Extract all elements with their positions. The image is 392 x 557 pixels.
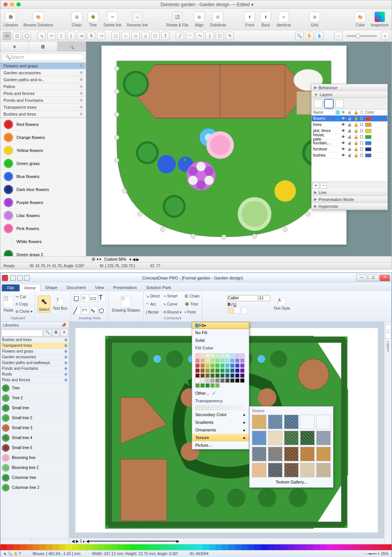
texture-swatch[interactable] [284,415,299,429]
shape-spline[interactable]: ∿ [90,307,98,314]
strip-color[interactable] [111,544,118,550]
strip-color[interactable] [52,544,59,550]
strip-color[interactable] [268,544,274,550]
close-icon[interactable]: ⊗ [64,338,67,342]
color-swatch[interactable] [215,373,220,378]
category-transparent-trees[interactable]: Transparent trees⊗ [0,104,86,111]
texture-swatch[interactable] [316,463,331,477]
toolbar-distribute[interactable]: ⊟Distribute [210,11,226,27]
color-swatch[interactable] [225,363,230,368]
toolbar-reverse-link[interactable]: ↔Reverse link [127,11,148,27]
toolbar-chain[interactable]: ⛓Chain [72,11,82,27]
wcat-bushes-and-trees[interactable]: Bushes and trees⊗ [0,337,69,343]
conn-direct[interactable]: ↘ Direct [146,292,160,299]
color-swatch[interactable] [195,383,200,388]
pin-icon[interactable]: 📌 [61,323,67,328]
transparency-step[interactable] [237,405,241,410]
clone-button[interactable]: ⧉ Clone ▾ [16,308,33,315]
text-style-button[interactable]: AText Style [273,297,291,311]
sidebar-tab-2[interactable]: ⊞ [29,42,57,51]
strip-color[interactable] [33,544,39,550]
wcat-garden-paths-and-walkways[interactable]: Garden paths and walkways⊗ [0,360,69,366]
color-swatch[interactable] [220,358,225,363]
color-swatch[interactable] [205,358,210,363]
color-swatch[interactable] [240,358,245,363]
color-swatch[interactable] [235,358,240,363]
conn-smart[interactable]: ⤳ Smart [163,292,181,299]
layer-fountain-[interactable]: fountain,...👁🖨🔒☐ [312,140,387,146]
close-button[interactable]: ✕ [379,274,390,281]
drawing-shapes-button[interactable]: ⬡Drawing Shapes [111,295,140,313]
strip-color[interactable] [183,544,189,550]
strip-color[interactable] [124,544,131,550]
strip-color[interactable] [314,544,320,550]
zoom-readout[interactable]: Custom 56% [105,257,126,261]
texture-swatch[interactable] [284,431,299,445]
color-swatch[interactable] [235,363,240,368]
color-swatch[interactable] [210,368,215,373]
toolbar-grid[interactable]: ⊞Grid [309,11,320,27]
rail-layers-label[interactable]: Layers [386,341,390,351]
strip-color[interactable] [85,544,91,550]
strip-color[interactable] [327,544,333,550]
copy-button[interactable]: ⎘ Copy [16,301,33,308]
strip-color[interactable] [346,544,353,550]
color-swatch[interactable] [235,378,240,383]
remove-layer-button[interactable]: − [320,183,327,189]
zoom-in-icon[interactable]: 🔍 [295,32,304,40]
zoom-out-icon[interactable]: − [334,32,343,40]
align-center[interactable] [234,307,240,314]
fill-picture[interactable]: Picture... [192,441,249,449]
strip-color[interactable] [320,544,327,550]
close-icon[interactable]: ⊗ [80,105,83,109]
lib-search-btn[interactable]: 🔍 [44,330,51,336]
eyedropper-icon[interactable]: 💧 [315,32,323,40]
tab-presentation[interactable]: Presentation [109,284,142,291]
close-icon[interactable] [3,2,8,7]
close-icon[interactable]: ⊗ [80,64,83,68]
rail-icon-2[interactable] [385,333,391,339]
color-swatch[interactable] [215,353,220,358]
strip-color[interactable] [78,544,85,550]
page-tabs[interactable]: ◀ ▶ 1 ▸ ◀━━━━━━━━━━━━━━━━━━━━━━━━━━━━━━━… [69,538,384,544]
shape-arc[interactable]: ◠ [82,307,89,314]
wshape-small-tree[interactable]: Small tree [0,403,69,413]
strip-color[interactable] [281,544,287,550]
strip-color[interactable] [144,544,150,550]
fill-button[interactable]: 🪣 Fill ▾ [192,322,249,329]
lib-btn-1[interactable]: ⊞ [52,330,60,336]
tab-shape[interactable]: Shape [41,284,62,291]
connector-tool-3[interactable]: ⤴ [57,32,65,40]
color-swatch[interactable] [205,378,210,383]
wcat-garden-accessories[interactable]: Garden accessories⊗ [0,354,69,360]
tab-view[interactable]: View [90,284,109,291]
shape-dark-blue-flowers[interactable]: Dark blue flowers [0,183,86,196]
transparency-step[interactable] [242,405,246,410]
color-swatch[interactable] [225,378,230,383]
shape-rrect[interactable]: ▭ [90,294,98,302]
textbox-button[interactable]: TText Box [52,297,68,311]
zoom-in-icon-2[interactable]: + [381,32,389,40]
strip-color[interactable] [216,544,222,550]
strip-color[interactable] [26,544,33,550]
strip-color[interactable] [333,544,340,550]
strip-color[interactable] [59,544,65,550]
color-swatch[interactable] [210,373,215,378]
color-swatch[interactable] [240,368,245,373]
layers-section[interactable]: ▼Layers [312,91,387,98]
color-swatch[interactable] [215,363,220,368]
toolbar-tree[interactable]: 🌳Tree [88,11,98,27]
texture-swatch[interactable] [268,447,283,461]
color-swatch[interactable] [205,353,210,358]
toolbar-browse-solutions[interactable]: 🎨Browse Solutions [23,11,53,27]
strip-color[interactable] [176,544,183,550]
strip-color[interactable] [131,544,137,550]
minimize-icon[interactable] [10,2,14,7]
close-icon[interactable]: ⊗ [64,343,67,348]
line-tool[interactable]: ╱ [176,32,184,40]
color-swatch[interactable] [220,373,225,378]
color-swatch[interactable] [230,358,235,363]
shape-rect[interactable]: ▢ [73,294,81,302]
color-swatch[interactable] [200,383,205,388]
paste-button[interactable]: 📋Paste [3,295,14,313]
